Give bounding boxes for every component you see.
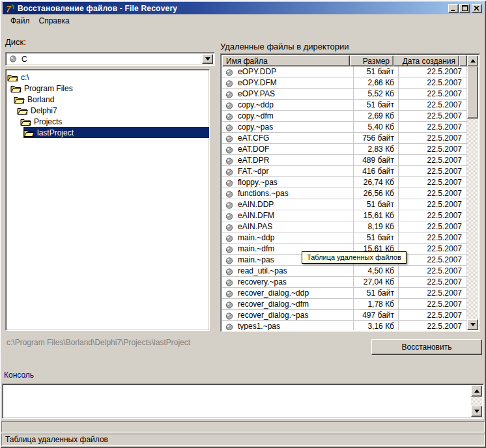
drive-icon: [9, 55, 18, 63]
file-icon: [225, 257, 234, 264]
tree-item[interactable]: Borland: [14, 94, 209, 105]
scroll-down-button[interactable]: [467, 319, 478, 330]
folder-icon: [10, 84, 21, 92]
file-row[interactable]: eOPY.DDP 51 байт 22.5.2007: [222, 66, 467, 77]
file-icon: [225, 124, 234, 131]
file-icon: [225, 68, 234, 76]
arrow-up-icon: [470, 59, 476, 63]
file-icon: [225, 245, 234, 253]
tree-item[interactable]: Delphi7: [17, 105, 209, 116]
file-row[interactable]: recover_dialog.~ddp 51 байт 22.5.2007: [222, 288, 467, 299]
file-size: 51 байт: [354, 66, 399, 77]
folder-icon: [14, 95, 25, 104]
file-name: copy.~pas: [238, 122, 273, 132]
file-row[interactable]: eAIN.DDP 51 байт 22.5.2007: [222, 199, 467, 210]
file-icon: [225, 91, 234, 98]
folder-icon: [17, 106, 28, 115]
directory-tree[interactable]: c:\ Program Files Borland: [5, 69, 210, 331]
file-size: 2,66 Кб: [354, 77, 399, 88]
file-date: 22.5.2007: [399, 321, 466, 330]
file-date: 22.5.2007: [399, 100, 466, 110]
file-date: 22.5.2007: [399, 221, 466, 232]
console-scroll-down-button[interactable]: [471, 406, 482, 417]
file-date: 22.5.2007: [399, 266, 466, 276]
file-name: eAT.CFG: [238, 133, 269, 143]
console-scroll-up-button[interactable]: [471, 385, 482, 397]
tree-item[interactable]: lastProject: [23, 127, 209, 138]
file-row[interactable]: recover_dialog.~pas 497 байт 22.5.2007: [222, 310, 467, 321]
titlebar[interactable]: 7 Восстановление файлов - File Recovery: [3, 2, 483, 14]
tree-item-label: Borland: [27, 95, 54, 104]
tree-item-label: Delphi7: [31, 106, 57, 115]
file-size: 1,78 Кб: [354, 299, 399, 309]
file-name: copy.~dfm: [238, 111, 274, 121]
tree-item[interactable]: Program Files: [10, 83, 209, 94]
column-header-name[interactable]: Имя файла: [222, 55, 350, 66]
file-icon: [225, 323, 234, 330]
file-row[interactable]: eOPY.PAS 5,52 Кб 22.5.2007: [222, 89, 467, 100]
file-row[interactable]: types1.~pas 3,16 Кб 22.5.2007: [222, 321, 467, 330]
column-header-date[interactable]: Дата создания: [393, 55, 459, 66]
table-scrollbar[interactable]: [467, 55, 478, 330]
file-name: recover_dialog.~dfm: [238, 299, 309, 309]
file-row[interactable]: copy.~dfm 2,69 Кб 22.5.2007: [222, 111, 467, 122]
close-icon: [474, 6, 479, 11]
file-row[interactable]: eAT.DPR 489 байт 22.5.2007: [222, 155, 467, 166]
file-row[interactable]: copy.~pas 5,40 Кб 22.5.2007: [222, 122, 467, 133]
restore-button[interactable]: Восстановить: [371, 339, 482, 355]
svg-text:7: 7: [6, 3, 12, 14]
file-row[interactable]: eAT.CFG 756 байт 22.5.2007: [222, 133, 467, 144]
column-header-size[interactable]: Размер: [350, 55, 393, 66]
console-scrollbar-track[interactable]: [471, 397, 482, 406]
file-row[interactable]: floppy.~pas 26,74 Кб 22.5.2007: [222, 177, 467, 188]
file-name: eOPY.PAS: [238, 89, 275, 99]
console-text[interactable]: [4, 385, 482, 417]
file-date: 22.5.2007: [399, 188, 466, 199]
file-size: 756 байт: [354, 133, 399, 143]
menu-help[interactable]: Справка: [35, 16, 74, 26]
file-row[interactable]: recovery.~pas 27,04 Кб 22.5.2007: [222, 277, 467, 288]
file-size: 51 байт: [354, 288, 399, 298]
maximize-button[interactable]: [459, 4, 470, 13]
file-row[interactable]: functions.~pas 26,56 Кб 22.5.2007: [222, 188, 467, 199]
file-size: 51 байт: [354, 199, 399, 210]
file-date: 22.5.2007: [399, 66, 466, 77]
scrollbar-track[interactable]: [467, 66, 478, 319]
file-row[interactable]: eAIN.PAS 8,19 Кб 22.5.2007: [222, 221, 467, 232]
tree-item[interactable]: c:\: [7, 72, 209, 83]
file-row[interactable]: FAT.~dpr 416 байт 22.5.2007: [222, 166, 467, 177]
menu-file[interactable]: Файл: [6, 16, 35, 26]
scroll-up-button[interactable]: [467, 55, 478, 66]
file-row[interactable]: recover_dialog.~dfm 1,78 Кб 22.5.2007: [222, 299, 467, 310]
file-size: 51 байт: [354, 100, 399, 110]
close-button[interactable]: [472, 4, 482, 13]
folder-icon: [23, 128, 35, 137]
tree-item-label: Program Files: [24, 84, 73, 93]
file-icon: [225, 201, 234, 208]
file-row[interactable]: eAIN.DFM 15,61 Кб 22.5.2007: [222, 210, 467, 221]
console-scrollbar[interactable]: [471, 385, 482, 417]
file-name: eAT.DPR: [238, 155, 269, 165]
file-row[interactable]: copy.~ddp 51 байт 22.5.2007: [222, 100, 467, 111]
file-name: floppy.~pas: [238, 177, 278, 188]
console-output[interactable]: [2, 384, 484, 419]
arrow-down-icon: [474, 410, 479, 413]
deleted-files-table: Имя файла Размер Дата создания: [220, 53, 480, 332]
file-row[interactable]: read_util.~pas 4,50 Кб 22.5.2007: [222, 266, 467, 277]
file-icon: [225, 135, 234, 142]
file-row[interactable]: eAT.DOF 2,83 Кб 22.5.2007: [222, 144, 467, 155]
minimize-button[interactable]: [448, 4, 459, 13]
disk-combobox[interactable]: C: [5, 52, 215, 66]
file-icon: [225, 190, 234, 197]
file-size: 416 байт: [354, 166, 399, 176]
tree-item[interactable]: Projects: [20, 116, 209, 127]
scrollbar-thumb[interactable]: [467, 66, 478, 119]
file-size: 26,74 Кб: [354, 177, 399, 188]
file-row[interactable]: main.~ddp 51 байт 22.5.2007: [222, 232, 467, 244]
file-name: main.~pas: [238, 255, 274, 265]
file-date: 22.5.2007: [399, 89, 466, 99]
file-row[interactable]: eOPY.DFM 2,66 Кб 22.5.2007: [222, 77, 467, 89]
file-size: 5,40 Кб: [354, 122, 399, 132]
combo-dropdown-button[interactable]: [202, 54, 213, 64]
file-date: 22.5.2007: [399, 77, 466, 88]
